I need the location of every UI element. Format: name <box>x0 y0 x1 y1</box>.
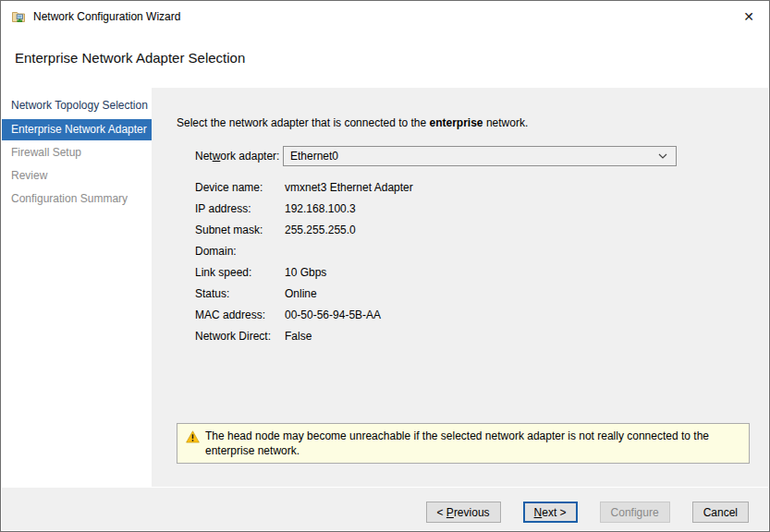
warning-banner: The head node may become unreachable if … <box>177 423 750 464</box>
adapter-details: Device name:vmxnet3 Ethernet Adapter IP … <box>195 177 750 347</box>
wizard-step-list: Network Topology Selection Enterprise Ne… <box>2 88 152 487</box>
sidebar-item-enterprise-network-adapter[interactable]: Enterprise Network Adapter <box>2 119 152 140</box>
warning-text: The head node may become unreachable if … <box>205 429 738 458</box>
footer-bar: < Previous Next > Configure Cancel <box>2 487 768 530</box>
detail-row-network-direct: Network Direct:False <box>195 326 750 347</box>
network-adapter-select[interactable]: Ethernet0 <box>283 146 677 166</box>
chevron-down-icon <box>658 153 667 159</box>
detail-row-ip-address: IP address:192.168.100.3 <box>195 199 750 220</box>
warning-icon <box>186 430 200 443</box>
network-adapter-label: Network adapter: <box>195 147 279 166</box>
titlebar[interactable]: Network Configuration Wizard ✕ <box>2 2 768 30</box>
previous-button[interactable]: < Previous <box>426 502 501 523</box>
sidebar-item-configuration-summary[interactable]: Configuration Summary <box>2 187 152 211</box>
sidebar-item-firewall-setup[interactable]: Firewall Setup <box>2 141 152 164</box>
detail-row-domain: Domain: <box>195 241 750 262</box>
wizard-content: Select the network adapter that is conne… <box>152 88 768 487</box>
detail-row-subnet-mask: Subnet mask:255.255.255.0 <box>195 220 750 241</box>
detail-row-mac-address: MAC address:00-50-56-94-5B-AA <box>195 305 750 326</box>
sidebar-item-review[interactable]: Review <box>2 164 152 187</box>
page-header: Enterprise Network Adapter Selection <box>2 30 768 88</box>
button-row: < Previous Next > Configure Cancel <box>426 502 749 523</box>
cancel-button[interactable]: Cancel <box>692 502 749 523</box>
detail-row-link-speed: Link speed:10 Gbps <box>195 262 750 284</box>
app-icon <box>11 9 26 24</box>
network-adapter-selected-value: Ethernet0 <box>284 150 658 163</box>
detail-row-device-name: Device name:vmxnet3 Ethernet Adapter <box>195 177 750 199</box>
next-button[interactable]: Next > <box>523 502 578 523</box>
close-icon[interactable]: ✕ <box>729 2 768 30</box>
instruction-text: Select the network adapter that is conne… <box>177 116 528 129</box>
window-title: Network Configuration Wizard <box>33 10 180 23</box>
sidebar-item-network-topology-selection[interactable]: Network Topology Selection <box>2 94 152 117</box>
wizard-window: Network Configuration Wizard ✕ Enterpris… <box>0 0 770 532</box>
page-title: Enterprise Network Adapter Selection <box>15 50 245 66</box>
detail-row-status: Status:Online <box>195 284 750 305</box>
configure-button[interactable]: Configure <box>600 502 670 523</box>
